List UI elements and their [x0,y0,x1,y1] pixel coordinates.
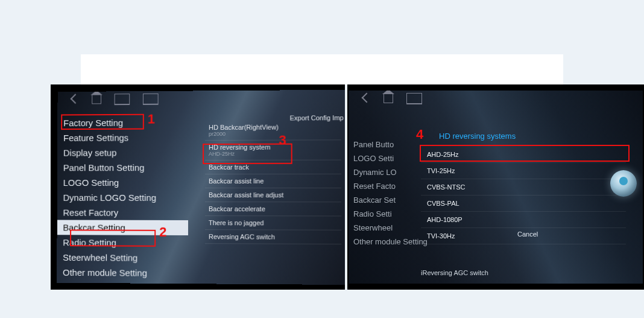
dim-item: LOGO Setti [351,151,416,165]
callout-number-1: 1 [148,112,155,127]
feature-title: Backcar assist line [209,177,338,185]
nav-home-icon[interactable] [384,94,393,103]
callout-number-3: 3 [279,133,286,148]
white-band [81,54,563,84]
bottom-feature-row: iReversing AGC switch [421,269,488,276]
menu-dynamic-logo-setting[interactable]: Dynamic LOGO Setting [57,190,188,205]
feature-title: Backcar accelerate [209,205,338,212]
settings-menu: Factory Setting Feature Settings Display… [57,115,188,281]
callout-number-2: 2 [159,224,166,240]
dim-item: Steerwheel [351,221,416,235]
right-device-screen: Panel Butto LOGO Setti Dynamic LO Reset … [349,91,643,284]
menu-reset-factory[interactable]: Reset Factory [57,205,188,220]
nav-recent-icon[interactable] [115,94,130,105]
feature-backcar-accelerate[interactable]: Backcar accelerate [205,202,341,216]
left-device-screen: Export Config Imp Factory Setting Featur… [57,90,345,285]
callout-box-2 [70,229,156,246]
nav-back-icon[interactable] [362,93,372,103]
feature-backcar-assist-line-adjust[interactable]: Backcar assist line adjust [205,188,341,202]
callout-box-4 [420,145,630,162]
dim-item: Reset Facto [351,179,416,193]
android-navbar [57,90,345,107]
nav-extra-icon[interactable] [143,93,159,104]
right-photo-frame: Panel Butto LOGO Setti Dynamic LO Reset … [347,84,644,290]
callout-box-1 [61,114,144,130]
feature-title: Backcar track [209,164,338,171]
option-cvbs-ntsc[interactable]: CVBS-NTSC [421,179,626,196]
dim-item: Dynamic LO [351,165,416,179]
voice-orb-icon[interactable] [610,170,637,197]
feature-title: HD Backcar(RightView) [209,123,338,131]
feature-hd-backcar[interactable]: HD Backcar(RightView) pr2000 [205,120,341,141]
menu-steerwheel-setting[interactable]: Steerwheel Setting [57,250,188,266]
menu-feature-settings[interactable]: Feature Settings [57,130,188,145]
callout-number-4: 4 [416,127,423,142]
feature-list: HD Backcar(RightView) pr2000 HD reversin… [205,120,341,244]
option-tvi-25hz[interactable]: TVI-25Hz [421,163,626,179]
feature-title: There is no jagged [209,219,338,227]
nav-back-icon[interactable] [71,94,81,104]
nav-recent-icon[interactable] [406,93,422,104]
dialog-title: HD reversing systems [439,132,516,141]
menu-panel-button-setting[interactable]: Panel Button Setting [57,160,188,175]
android-navbar [349,91,643,106]
dialog-cancel-button[interactable]: Cancel [517,231,538,238]
dim-item: Backcar Set [351,193,416,207]
dim-item: Panel Butto [351,138,416,151]
feature-title: Reversing AGC switch [209,233,338,241]
option-cvbs-pal[interactable]: CVBS-PAL [421,196,626,212]
menu-other-module-setting[interactable]: Other module Setting [57,265,188,281]
bottom-item[interactable]: iReversing AGC switch [421,269,488,276]
nav-home-icon[interactable] [92,95,101,104]
menu-logo-setting[interactable]: LOGO Setting [57,175,188,190]
dimmed-menu: Panel Butto LOGO Setti Dynamic LO Reset … [351,138,416,249]
feature-reversing-agc-switch[interactable]: Reversing AGC switch [205,230,341,244]
feature-backcar-assist-line[interactable]: Backcar assist line [205,174,341,188]
feature-sub: pr2000 [209,130,338,137]
dim-item: Radio Setti [351,207,416,221]
feature-title: Backcar assist line adjust [209,191,338,199]
feature-no-jagged[interactable]: There is no jagged [205,216,341,231]
left-photo-frame: Export Config Imp Factory Setting Featur… [51,84,345,290]
menu-display-setup[interactable]: Display setup [57,145,188,160]
dim-item: Other module Setting [351,235,416,249]
option-ahd-1080p[interactable]: AHD-1080P [421,212,626,228]
